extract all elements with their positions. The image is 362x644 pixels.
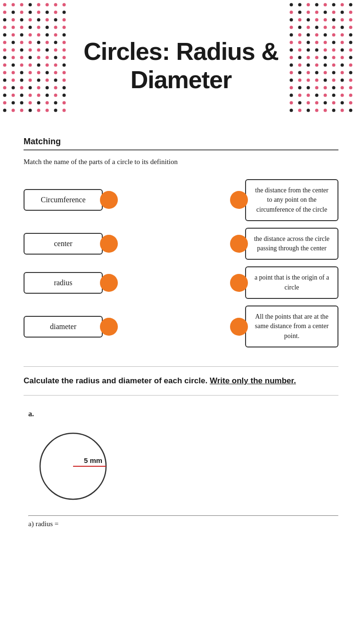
svg-point-172 — [307, 49, 310, 52]
svg-point-195 — [298, 71, 302, 74]
svg-point-8 — [54, 3, 58, 7]
svg-point-39 — [46, 33, 49, 37]
svg-point-113 — [63, 101, 66, 105]
def-box-1[interactable]: the distance from the center to any poin… — [245, 179, 338, 221]
def-box-3[interactable]: a point that is the origin of a circle — [245, 266, 338, 299]
problem-a: a. 5 mm a) radius = — [24, 410, 338, 528]
svg-point-41 — [63, 33, 66, 37]
svg-point-53 — [29, 49, 32, 52]
svg-point-201 — [349, 71, 353, 74]
svg-point-148 — [307, 26, 310, 29]
svg-point-132 — [307, 11, 310, 14]
svg-point-143 — [332, 18, 336, 22]
svg-point-163 — [298, 41, 302, 44]
svg-point-197 — [315, 71, 319, 74]
svg-point-69 — [29, 64, 32, 67]
svg-point-223 — [332, 94, 336, 97]
calc-divider — [24, 395, 338, 396]
svg-point-50 — [3, 49, 7, 52]
def-box-2[interactable]: the distance across the circle passing t… — [245, 228, 338, 260]
svg-point-217 — [349, 86, 353, 90]
match-row-3: radius a point that is the origin of a c… — [24, 266, 338, 299]
svg-point-30 — [37, 26, 41, 29]
calc-section: Calculate the radius and diameter of eac… — [24, 376, 338, 528]
svg-point-219 — [298, 94, 302, 97]
svg-point-44 — [20, 41, 24, 44]
connector-dot-left-3[interactable] — [100, 274, 118, 292]
svg-point-61 — [29, 56, 32, 59]
svg-point-95 — [46, 86, 49, 90]
content-area: Matching Match the name of the parts of … — [0, 132, 362, 547]
svg-point-104 — [54, 94, 58, 97]
svg-point-131 — [298, 11, 302, 14]
svg-point-128 — [341, 3, 344, 7]
matching-container: Circumference the distance from the cent… — [24, 179, 338, 347]
svg-point-65 — [63, 56, 66, 59]
term-radius[interactable]: radius — [24, 272, 103, 294]
svg-point-212 — [307, 86, 310, 90]
svg-point-152 — [341, 26, 344, 29]
svg-point-134 — [324, 11, 327, 14]
svg-point-191 — [332, 64, 336, 67]
svg-point-190 — [324, 64, 327, 67]
svg-point-110 — [37, 101, 41, 105]
svg-point-26 — [3, 26, 7, 29]
svg-point-194 — [290, 71, 293, 74]
svg-point-168 — [341, 41, 344, 44]
svg-point-222 — [324, 94, 327, 97]
svg-point-25 — [63, 18, 66, 22]
svg-point-241 — [349, 109, 353, 112]
svg-point-186 — [290, 64, 293, 67]
connector-dot-left-4[interactable] — [100, 318, 118, 336]
svg-point-229 — [315, 101, 319, 105]
answer-line-a — [28, 515, 338, 516]
svg-point-121 — [63, 109, 66, 112]
term-center[interactable]: center — [24, 233, 103, 255]
match-row-1: Circumference the distance from the cent… — [24, 179, 338, 221]
connector-dot-left-2[interactable] — [100, 235, 118, 253]
left-dot-pattern — [0, 0, 75, 127]
svg-point-99 — [12, 94, 15, 97]
svg-point-180 — [307, 56, 310, 59]
svg-point-34 — [3, 33, 7, 37]
connector-dot-right-2[interactable] — [230, 235, 248, 253]
svg-point-87 — [46, 79, 49, 82]
svg-point-108 — [20, 101, 24, 105]
connector-dot-right-3[interactable] — [230, 274, 248, 292]
svg-point-49 — [63, 41, 66, 44]
svg-point-88 — [54, 79, 58, 82]
svg-point-48 — [54, 41, 58, 44]
def-box-4[interactable]: All the points that are at the same dist… — [245, 305, 338, 347]
svg-point-204 — [307, 79, 310, 82]
svg-point-239 — [332, 109, 336, 112]
svg-point-3 — [12, 3, 15, 7]
term-circumference[interactable]: Circumference — [24, 189, 103, 211]
svg-point-183 — [332, 56, 336, 59]
svg-point-202 — [290, 79, 293, 82]
term-diameter[interactable]: diameter — [24, 316, 103, 338]
svg-point-45 — [29, 41, 32, 44]
svg-point-42 — [3, 41, 7, 44]
svg-point-156 — [307, 33, 310, 37]
svg-point-135 — [332, 11, 336, 14]
svg-point-182 — [324, 56, 327, 59]
svg-point-80 — [54, 71, 58, 74]
svg-point-106 — [3, 101, 7, 105]
svg-point-17 — [63, 11, 66, 14]
svg-point-67 — [12, 64, 15, 67]
svg-point-221 — [315, 94, 319, 97]
svg-point-144 — [341, 18, 344, 22]
svg-point-238 — [324, 109, 327, 112]
svg-point-117 — [29, 109, 32, 112]
svg-point-218 — [290, 94, 293, 97]
match-row-2: center the distance across the circle pa… — [24, 228, 338, 260]
svg-point-35 — [12, 33, 15, 37]
svg-point-150 — [324, 26, 327, 29]
calc-instructions-underline: Write only the number. — [210, 376, 296, 385]
svg-point-149 — [315, 26, 319, 29]
svg-point-142 — [324, 18, 327, 22]
connector-dot-right-4[interactable] — [230, 318, 248, 336]
svg-point-146 — [290, 26, 293, 29]
connector-dot-left-1[interactable] — [100, 191, 118, 209]
svg-point-177 — [349, 49, 353, 52]
